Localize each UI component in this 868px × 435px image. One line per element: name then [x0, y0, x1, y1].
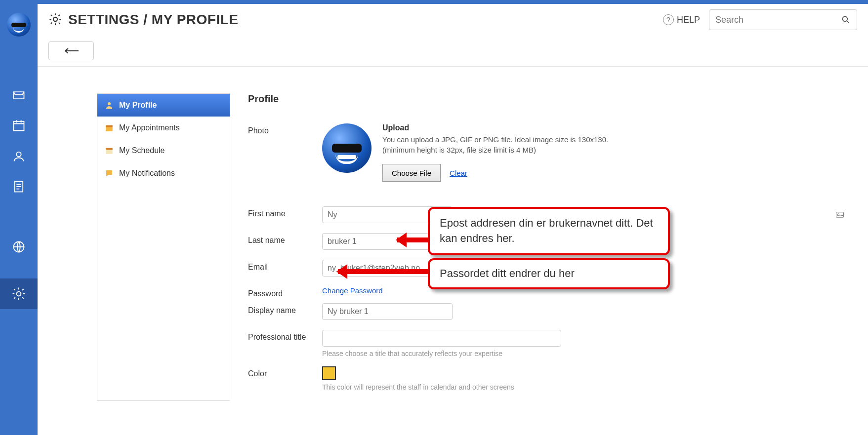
display-name-label: Display name — [248, 303, 322, 315]
svg-point-1 — [16, 152, 21, 157]
schedule-icon — [104, 146, 114, 156]
search-icon — [841, 15, 851, 25]
svg-point-13 — [838, 214, 839, 215]
upload-title: Upload — [382, 123, 608, 132]
prof-title-field[interactable] — [322, 330, 561, 347]
choose-file-button[interactable]: Choose File — [382, 164, 441, 182]
svg-rect-0 — [14, 121, 24, 131]
password-label: Password — [248, 286, 322, 298]
profile-photo — [322, 123, 372, 173]
back-button[interactable] — [48, 41, 94, 60]
calendar-icon[interactable] — [10, 117, 28, 134]
calendar-small-icon — [104, 123, 114, 133]
help-link[interactable]: ? HELP — [663, 14, 700, 25]
sidebar-item-label: My Notifications — [119, 169, 175, 178]
svg-rect-12 — [836, 212, 844, 218]
prof-title-hint: Please choose a title that accurately re… — [322, 350, 848, 357]
sidebar-item-label: My Profile — [119, 101, 157, 110]
header: SETTINGS / MY PROFILE ? HELP — [38, 4, 868, 36]
top-accent-strip — [0, 0, 868, 4]
help-label: HELP — [677, 15, 700, 25]
svg-point-6 — [842, 16, 847, 21]
chat-icon — [104, 168, 114, 178]
sidebar-item-label: My Schedule — [119, 146, 165, 155]
id-card-icon — [835, 210, 844, 219]
display-name-field[interactable] — [322, 303, 453, 320]
globe-icon[interactable] — [10, 238, 28, 256]
color-label: Color — [248, 366, 322, 378]
inbox-icon[interactable] — [10, 86, 28, 104]
svg-point-4 — [17, 292, 21, 296]
svg-point-7 — [108, 102, 111, 105]
annotation-password: Passordet ditt endrer du her — [428, 258, 670, 289]
sidebar-item-my-appointments[interactable]: My Appointments — [97, 117, 230, 139]
sidebar-item-my-schedule[interactable]: My Schedule — [97, 139, 230, 162]
color-hint: This color will represent the staff in c… — [322, 383, 848, 391]
first-name-label: First name — [248, 206, 322, 218]
annotation-arrow-email — [397, 237, 428, 242]
last-name-label: Last name — [248, 233, 322, 245]
upload-description-2: (minimum height is 32px, file size limit… — [382, 145, 608, 155]
sidebar-item-my-profile[interactable]: My Profile — [97, 94, 230, 117]
section-title: Profile — [248, 93, 848, 105]
annotation-email: Epost addresen din er brukernavnet ditt.… — [428, 207, 670, 255]
avatar[interactable] — [7, 13, 31, 37]
sidebar-rail — [0, 4, 38, 435]
change-password-link[interactable]: Change Password — [322, 286, 383, 295]
color-swatch[interactable] — [322, 366, 336, 380]
svg-rect-9 — [106, 125, 113, 127]
search-input[interactable] — [715, 15, 841, 25]
photo-label: Photo — [248, 123, 322, 135]
settings-icon[interactable] — [0, 278, 38, 309]
svg-point-5 — [53, 17, 57, 21]
sidebar-item-my-notifications[interactable]: My Notifications — [97, 162, 230, 185]
clear-link[interactable]: Clear — [450, 169, 467, 177]
upload-description-1: You can upload a JPG, GIF or PNG file. I… — [382, 134, 608, 145]
email-label: Email — [248, 260, 322, 272]
gear-icon — [48, 12, 62, 28]
prof-title-label: Professional title — [248, 330, 322, 342]
contacts-icon[interactable] — [10, 147, 28, 165]
help-icon: ? — [663, 14, 674, 25]
sidebar-item-label: My Appointments — [119, 123, 180, 132]
side-menu: My Profile My Appointments My Schedule — [97, 93, 230, 401]
document-icon[interactable] — [10, 178, 28, 196]
person-icon — [104, 100, 114, 110]
annotation-arrow-password — [338, 269, 428, 274]
svg-rect-11 — [106, 148, 113, 150]
page-title: SETTINGS / MY PROFILE — [68, 12, 238, 28]
search-box[interactable] — [709, 9, 857, 30]
